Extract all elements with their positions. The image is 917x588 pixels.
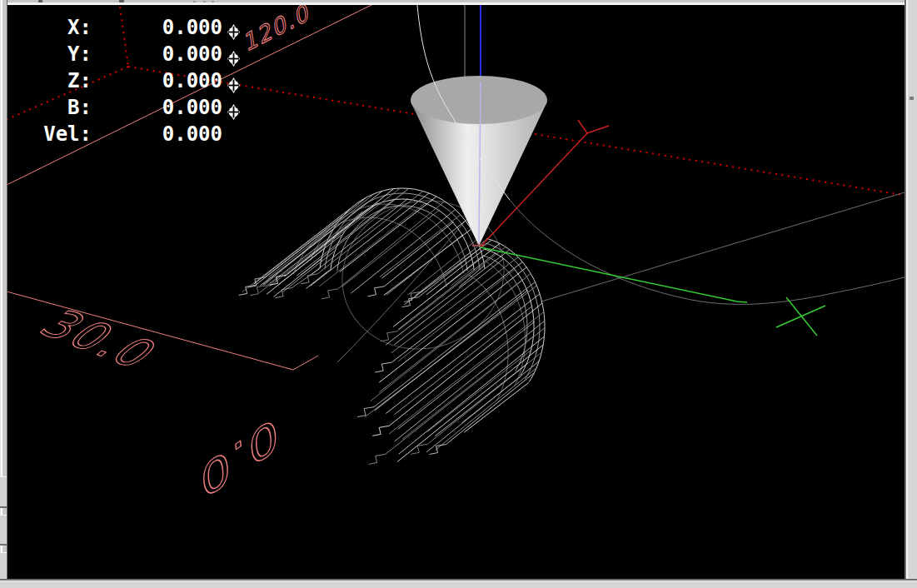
- dro-axis-value: 0.000: [92, 67, 222, 94]
- dro-axis-label: X:: [0, 14, 92, 41]
- homed-icon: [227, 20, 243, 36]
- dro-axis-value: 0.000: [92, 41, 222, 67]
- homed-icon-empty: [227, 127, 243, 142]
- left-toolbar-button[interactable]: [0, 552, 7, 581]
- dro-axis-value: 0.000: [92, 94, 222, 121]
- right-chrome-strip: [905, 0, 917, 588]
- homed-icon: [227, 73, 243, 89]
- dro-row: B:0.000: [0, 94, 243, 121]
- top-chrome-tick: [119, 0, 124, 2]
- homed-icon: [227, 100, 243, 116]
- dro-row: Y:0.000: [0, 41, 243, 67]
- left-toolbar-button[interactable]: [0, 515, 7, 546]
- top-chrome-tick: [38, 0, 42, 2]
- dro-row: Z:0.000: [0, 67, 243, 94]
- bottom-chrome-strip: [0, 579, 917, 588]
- dro-axis-value: 0.000: [92, 14, 222, 41]
- top-chrome-strip: [0, 0, 917, 5]
- dro-row: Vel:0.000: [0, 121, 243, 147]
- dro-axis-label: B:: [0, 94, 92, 121]
- dro-axis-label: Z:: [0, 67, 92, 94]
- homed-icon: [227, 47, 243, 62]
- dro-axis-label: Y:: [0, 41, 92, 67]
- left-toolbar-button[interactable]: [0, 476, 7, 508]
- dro-axis-value: 0.000: [92, 121, 222, 147]
- dro-row: X:0.000: [0, 14, 243, 41]
- top-chrome-dot: [203, 1, 206, 2]
- top-chrome-dot: [193, 1, 196, 2]
- dro-axis-label: Vel:: [0, 121, 92, 147]
- dro-readout: X:0.000Y:0.000Z:0.000B:0.000Vel:0.000: [0, 14, 243, 147]
- backplot-window: 120.0 30.0 0.0: [0, 0, 917, 588]
- right-chrome-tick: [910, 97, 914, 100]
- top-chrome-dot: [212, 1, 214, 2]
